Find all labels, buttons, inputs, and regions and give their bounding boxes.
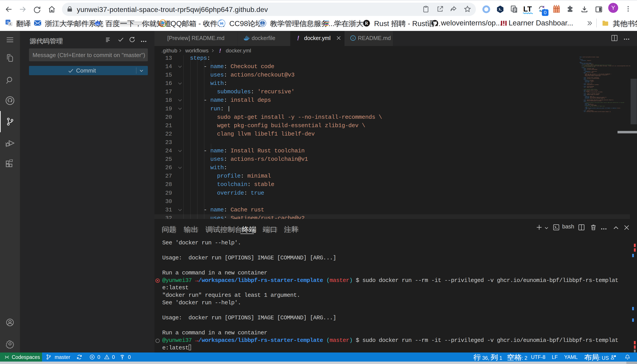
svg-text:R: R (365, 21, 368, 26)
svg-text:98: 98 (220, 22, 223, 25)
svg-text:du: du (96, 23, 99, 26)
